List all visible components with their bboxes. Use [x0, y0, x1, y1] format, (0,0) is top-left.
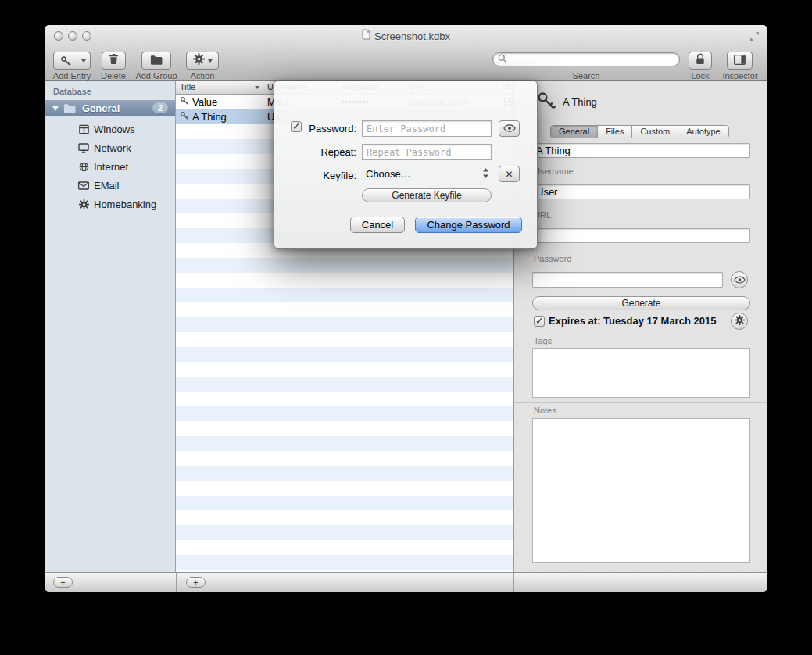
sidebar-item-windows[interactable]: Windows [45, 120, 175, 138]
sidebar-item-network[interactable]: Network [45, 138, 175, 157]
cancel-button[interactable]: Cancel [350, 217, 405, 233]
add-group-button[interactable] [141, 52, 171, 70]
group-folder-icon [63, 103, 76, 113]
expires-settings-button[interactable] [731, 313, 748, 330]
dialog-password-input[interactable] [362, 120, 492, 137]
expires-checkbox[interactable] [534, 316, 545, 327]
username-label: Username [534, 166, 574, 176]
sidebar-item-label: Homebanking [94, 199, 156, 210]
keyfile-clear-button[interactable]: ✕ [499, 166, 520, 182]
notes-field[interactable] [532, 418, 750, 563]
sidebar-section-header: Database [53, 87, 91, 96]
action-label: Action [171, 71, 234, 81]
tags-field[interactable] [532, 348, 750, 398]
inspector-label: Inspector [709, 71, 767, 81]
tab-autotype[interactable]: Autotype [678, 126, 728, 138]
eye-icon [734, 273, 746, 287]
generate-password-button[interactable]: Generate [532, 296, 750, 310]
divider [514, 402, 767, 403]
keyfile-select-value: Choose… [366, 168, 411, 180]
network-icon [78, 143, 89, 153]
window-title: Screenshot.kdbx [374, 30, 450, 42]
sidebar-item-email[interactable]: EMail [45, 176, 175, 195]
email-envelope-icon [78, 181, 89, 190]
homebanking-gear-icon [78, 199, 89, 209]
inspector-panel-icon [734, 54, 746, 68]
sidebar-item-homebanking[interactable]: Homebanking [45, 195, 175, 213]
sidebar-item-label: Network [94, 142, 131, 154]
keyfile-select[interactable]: Choose… [362, 166, 495, 182]
internet-globe-icon [78, 162, 89, 172]
gear-icon [193, 53, 205, 68]
sidebar: Database General 2 Windows [45, 81, 176, 572]
inspector-button[interactable] [727, 52, 753, 70]
tab-files[interactable]: Files [598, 126, 632, 138]
dialog-keyfile-label: Keyfile: [274, 170, 356, 181]
eye-icon [503, 123, 516, 134]
toolbar: Add Entry Delete Add Group [45, 47, 767, 81]
add-entry-button[interactable] [53, 52, 91, 70]
sidebar-item-internet[interactable]: Internet [45, 157, 175, 176]
delete-button[interactable] [102, 52, 126, 70]
disclosure-triangle-icon[interactable] [52, 106, 59, 111]
add-entry-dropdown-icon[interactable] [77, 59, 90, 63]
dialog-repeat-input[interactable] [362, 144, 492, 160]
sidebar-group-general[interactable]: General 2 [45, 100, 175, 116]
app-window: Screenshot.kdbx Add Entry [45, 25, 767, 592]
column-header-title[interactable]: Title [176, 81, 263, 94]
password-field[interactable] [532, 272, 723, 288]
username-field[interactable] [532, 184, 750, 199]
action-button[interactable] [186, 52, 219, 70]
trash-icon [109, 53, 119, 68]
inspector-panel: A Thing General Files Custom Autotype Us… [513, 81, 767, 572]
sidebar-item-label: EMail [94, 180, 120, 191]
search-input[interactable] [510, 53, 667, 66]
tab-custom[interactable]: Custom [632, 126, 678, 138]
sort-arrow-icon [255, 86, 259, 89]
change-password-dialog: Password: Repeat: Keyfile: Choose… ✕ Gen… [274, 81, 538, 249]
url-field[interactable] [532, 228, 750, 243]
add-entry-plus-button[interactable]: + [186, 577, 206, 588]
titlebar: Screenshot.kdbx [45, 25, 767, 47]
inspector-entry-title: A Thing [563, 96, 597, 108]
gear-icon [735, 314, 745, 328]
add-group-plus-button[interactable]: + [53, 577, 73, 588]
sidebar-item-label: Internet [94, 161, 128, 173]
expires-label: Expires at: Tuesday 17 March 2015 [549, 315, 716, 327]
stepper-arrows-icon [483, 167, 488, 181]
inspector-tabs: General Files Custom Autotype [550, 125, 729, 138]
dialog-password-label: Password: [274, 123, 356, 134]
windows-icon [78, 124, 89, 134]
dialog-repeat-label: Repeat: [274, 146, 356, 158]
folder-icon [150, 54, 163, 68]
search-field[interactable] [492, 52, 680, 66]
lock-button[interactable] [689, 52, 712, 70]
tab-general[interactable]: General [551, 126, 598, 138]
lock-icon [696, 53, 705, 68]
entry-key-icon [180, 111, 189, 123]
key-icon [54, 55, 77, 66]
title-field[interactable] [532, 143, 750, 158]
change-password-button[interactable]: Change Password [415, 217, 522, 233]
desktop: Screenshot.kdbx Add Entry [0, 0, 812, 655]
notes-label: Notes [534, 406, 556, 415]
group-label: General [82, 102, 120, 114]
bottom-bar: + + [45, 572, 767, 592]
generate-keyfile-button[interactable]: Generate Keyfile [362, 188, 492, 202]
dialog-show-password-button[interactable] [499, 120, 520, 137]
document-icon [362, 29, 370, 43]
group-count-badge: 2 [152, 102, 168, 113]
search-icon [498, 52, 507, 66]
divider [513, 573, 514, 592]
password-label: Password [534, 254, 571, 263]
sidebar-item-label: Windows [94, 123, 135, 135]
action-dropdown-icon [208, 59, 213, 63]
tags-label: Tags [534, 336, 552, 345]
fullscreen-icon[interactable] [749, 30, 760, 45]
search-label: Search [555, 71, 617, 81]
window-header: Screenshot.kdbx Add Entry [45, 25, 767, 81]
entry-key-icon [180, 96, 189, 108]
entry-icon [536, 91, 556, 114]
divider [176, 573, 177, 592]
show-password-button[interactable] [731, 271, 748, 288]
